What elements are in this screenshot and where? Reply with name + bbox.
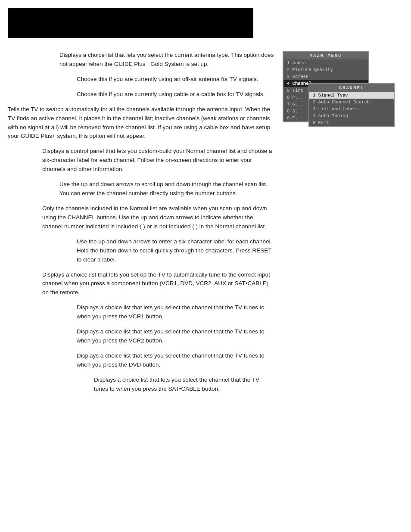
- channel-menu-item-signal: 1 Signal Type: [309, 92, 394, 99]
- paragraph-1: Displays a choice list that lets you sel…: [8, 51, 274, 69]
- paragraph-5: Displays a control panel that lets you c…: [8, 147, 274, 174]
- tv-menu-panel: MAIN MENU 1 Audio 2 Picture Quality 3 Sc…: [283, 51, 403, 400]
- paragraph-9: Displays a choice list that lets you set…: [8, 271, 274, 298]
- paragraph-8: Use the up and down arrows to enter a si…: [8, 237, 274, 264]
- channel-menu-item-list-labels: 3 List and Labels: [309, 106, 394, 112]
- channel-menu-item-auto-search: 2 Auto Channel Search: [309, 99, 394, 106]
- paragraph-13: Displays a choice list that lets you sel…: [8, 376, 274, 394]
- paragraph-10: Displays a choice list that lets you sel…: [8, 303, 274, 321]
- paragraph-7: Only the channels included in the Normal…: [8, 204, 274, 231]
- paragraph-11: Displays a choice list that lets you sel…: [8, 327, 274, 345]
- content-area: Displays a choice list that lets you sel…: [0, 51, 411, 400]
- paragraph-12: Displays a choice list that lets you sel…: [8, 352, 274, 370]
- main-menu-item-screen: 3 Screen: [283, 73, 368, 80]
- channel-menu-title: CHANNEL: [309, 84, 394, 92]
- main-menu-item-picture: 2 Picture Quality: [283, 66, 368, 73]
- main-menu-item-audio: 1 Audio: [283, 59, 368, 66]
- main-menu-title: MAIN MENU: [283, 52, 368, 59]
- channel-menu-item-auto-tuning: 4 Auto Tuning: [309, 112, 394, 119]
- paragraph-3: Choose this if you are currently using c…: [8, 90, 274, 99]
- channel-menu-item-exit: 0 Exit: [309, 119, 394, 126]
- paragraph-2: Choose this if you are currently using a…: [8, 75, 274, 84]
- paragraph-4: Tells the TV to search automatically for…: [8, 105, 274, 141]
- tv-menu-container: MAIN MENU 1 Audio 2 Picture Quality 3 Sc…: [283, 51, 399, 122]
- text-column: Displays a choice list that lets you sel…: [8, 51, 274, 400]
- header-bar: [8, 8, 253, 38]
- paragraph-6: Use the up and down arrows to scroll up …: [8, 180, 274, 198]
- channel-menu-box: CHANNEL 1 Signal Type 2 Auto Channel Sea…: [308, 83, 395, 127]
